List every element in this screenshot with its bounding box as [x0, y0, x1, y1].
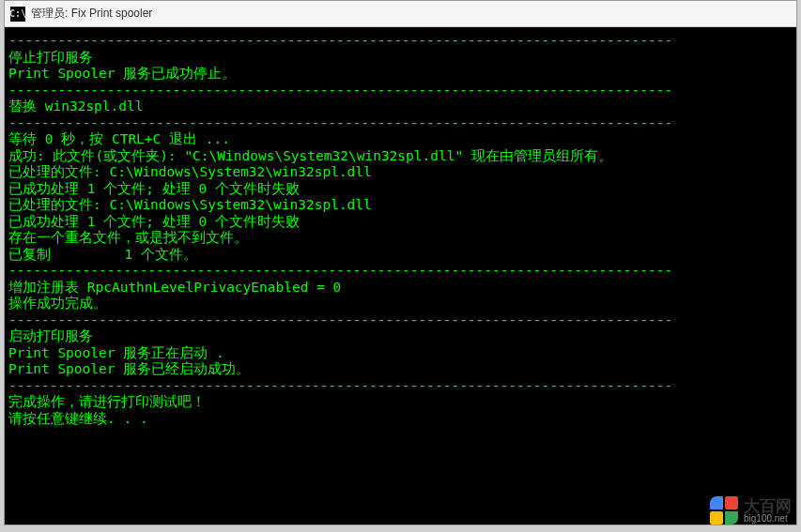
output-line: 已处理的文件: C:\Windows\System32\win32spl.dll: [8, 197, 793, 214]
output-line: Print Spooler 服务已经启动成功。: [8, 361, 793, 378]
cmd-icon: C:\: [10, 7, 25, 22]
console-window: C:\ 管理员: Fix Print spooler -------------…: [4, 0, 797, 525]
output-line: 完成操作，请进行打印测试吧！: [8, 394, 793, 411]
output-line: 停止打印服务: [8, 50, 793, 67]
output-line: 启动打印服务: [8, 328, 793, 345]
output-line: 已处理的文件: C:\Windows\System32\win32spl.dll: [8, 164, 793, 181]
output-line: ----------------------------------------…: [8, 312, 793, 329]
output-line: Print Spooler 服务正在启动 .: [8, 345, 793, 362]
titlebar[interactable]: C:\ 管理员: Fix Print spooler: [5, 1, 796, 27]
output-line: 已成功处理 1 个文件; 处理 0 个文件时失败: [8, 181, 793, 198]
output-line: 已复制 1 个文件。: [8, 247, 793, 264]
output-line: 增加注册表 RpcAuthnLevelPrivacyEnabled = 0: [8, 280, 793, 296]
output-line: 请按任意键继续. . .: [8, 411, 793, 428]
terminal-output[interactable]: ----------------------------------------…: [5, 27, 796, 524]
output-line: 替换 win32spl.dll: [8, 99, 793, 115]
window-title: 管理员: Fix Print spooler: [31, 6, 152, 22]
output-line: 等待 0 秒，按 CTRL+C 退出 ...: [8, 131, 793, 148]
watermark: 大百网 big100.net: [710, 496, 792, 524]
output-line: ----------------------------------------…: [8, 83, 793, 99]
output-line: 成功: 此文件(或文件夹): "C:\Windows\System32\win3…: [8, 148, 793, 165]
output-line: ----------------------------------------…: [8, 263, 793, 280]
watermark-text: 大百网 big100.net: [744, 498, 792, 524]
output-line: ----------------------------------------…: [8, 33, 793, 50]
output-line: Print Spooler 服务已成功停止。: [8, 66, 793, 83]
output-line: 已成功处理 1 个文件; 处理 0 个文件时失败: [8, 214, 793, 231]
output-line: ----------------------------------------…: [8, 378, 793, 395]
watermark-logo-icon: [710, 496, 738, 524]
watermark-url: big100.net: [744, 514, 792, 524]
watermark-name: 大百网: [744, 498, 792, 514]
output-line: 操作成功完成。: [8, 296, 793, 312]
output-line: ----------------------------------------…: [8, 115, 793, 132]
output-line: 存在一个重名文件，或是找不到文件。: [8, 230, 793, 247]
